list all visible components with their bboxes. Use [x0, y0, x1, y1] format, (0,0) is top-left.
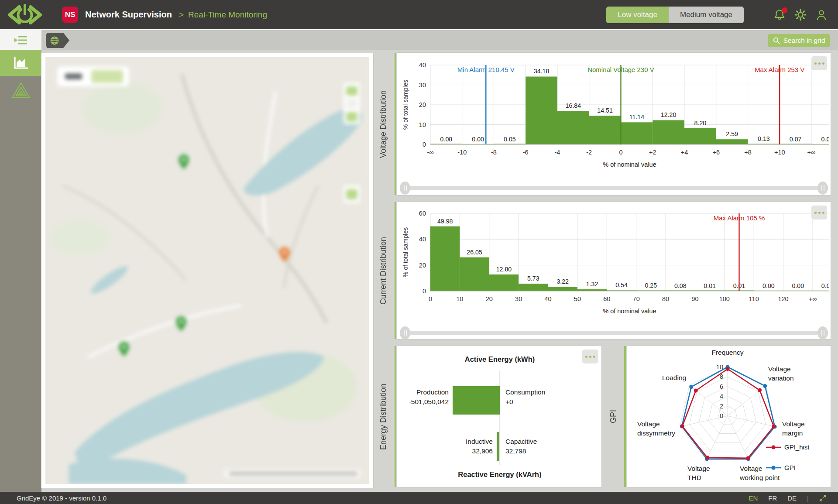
svg-text:0: 0: [619, 149, 622, 156]
svg-text:+∞: +∞: [809, 295, 817, 302]
svg-text:12.80: 12.80: [496, 266, 512, 273]
sidebar-item-monitoring[interactable]: [0, 50, 41, 76]
current-range-slider[interactable]: [397, 326, 831, 340]
svg-text:Voltage: Voltage: [768, 365, 791, 373]
svg-text:2: 2: [720, 403, 723, 410]
fullscreen-button[interactable]: [819, 494, 827, 502]
notification-dot: [782, 7, 787, 13]
svg-text:Frequency: Frequency: [711, 349, 743, 356]
svg-text:1.32: 1.32: [586, 281, 598, 288]
svg-text:60: 60: [603, 295, 610, 302]
svg-text:Nominal Voltage 230 V: Nominal Voltage 230 V: [587, 66, 654, 73]
svg-text:variation: variation: [768, 374, 794, 382]
svg-text:-4: -4: [555, 149, 560, 156]
map[interactable]: [45, 57, 369, 484]
svg-text:+4: +4: [681, 149, 688, 156]
footer-separator: |: [807, 494, 809, 502]
footer: GridEye © 2019 - version 0.1.0 EN FR DE …: [0, 492, 838, 504]
svg-text:0.54: 0.54: [615, 281, 628, 288]
svg-text:-10: -10: [457, 149, 467, 156]
bars: 49.9826.0512.805.733.221.320.540.250.080…: [430, 218, 829, 291]
profile-button[interactable]: [815, 9, 828, 21]
svg-text:0: 0: [720, 412, 723, 419]
user-icon: [815, 9, 828, 21]
svg-text:70: 70: [633, 295, 640, 302]
map-marker[interactable]: [176, 316, 186, 331]
slider-track[interactable]: [405, 186, 823, 190]
map-marker[interactable]: [179, 154, 189, 169]
voltage-panel: 010203040% of total samples0.080.000.053…: [397, 53, 831, 195]
svg-text:Reactive Energy (kVArh): Reactive Energy (kVArh): [458, 470, 541, 478]
panel-accent-bar: [624, 346, 626, 487]
svg-text:Loading: Loading: [662, 374, 686, 381]
svg-text:30: 30: [419, 82, 426, 89]
svg-text:GPI_hist: GPI_hist: [784, 443, 810, 451]
svg-text:120: 120: [778, 295, 788, 302]
svg-text:50: 50: [574, 295, 581, 302]
area-chart-icon: [13, 56, 29, 70]
voltage-range-slider[interactable]: [397, 181, 831, 195]
svg-text:100: 100: [719, 295, 730, 302]
svg-text:16.84: 16.84: [566, 102, 581, 109]
breadcrumb-current[interactable]: Real-Time Monitoring: [188, 10, 267, 20]
svg-text:Max Alarm 105 %: Max Alarm 105 %: [714, 214, 765, 222]
svg-text:40: 40: [419, 62, 426, 69]
slider-handle-right[interactable]: [817, 182, 828, 195]
svg-text:0.00: 0.00: [821, 136, 829, 143]
svg-text:3.22: 3.22: [556, 278, 569, 285]
ns-badge: NS: [62, 7, 78, 23]
svg-text:-8: -8: [491, 149, 497, 156]
medium-voltage-button[interactable]: Medium voltage: [669, 7, 744, 23]
settings-button[interactable]: [794, 9, 807, 21]
app-title: Network Supervision: [85, 10, 172, 20]
svg-text:40: 40: [419, 236, 426, 243]
svg-text:0.08: 0.08: [674, 282, 687, 289]
svg-text:margin: margin: [782, 429, 803, 437]
slider-track[interactable]: [405, 331, 823, 335]
grid-overview-tab[interactable]: [46, 33, 69, 48]
header-actions: Low voltage Medium voltage: [606, 7, 828, 23]
production-bar: [453, 386, 500, 415]
gpi-radar-chart: 0246810FrequencyVoltagevariationVoltagem…: [627, 346, 831, 487]
svg-text:-2: -2: [586, 149, 592, 156]
svg-text:0: 0: [422, 288, 426, 295]
panel-menu-button[interactable]: [811, 56, 827, 70]
header: NS Network Supervision > Real-Time Monit…: [0, 0, 838, 29]
svg-text:Active Energy (kWh): Active Energy (kWh): [465, 355, 535, 363]
slider-handle-left[interactable]: [400, 182, 410, 195]
slider-handle-right[interactable]: [817, 326, 828, 339]
panel-menu-button[interactable]: [811, 206, 827, 219]
low-voltage-button[interactable]: Low voltage: [606, 7, 669, 23]
map-marker[interactable]: [119, 342, 129, 357]
svg-text:20: 20: [486, 295, 493, 302]
svg-text:34.18: 34.18: [534, 68, 550, 75]
svg-text:% of nominal value: % of nominal value: [603, 161, 656, 168]
svg-text:49.98: 49.98: [437, 218, 453, 225]
language-fr[interactable]: FR: [768, 494, 777, 502]
notifications-button[interactable]: [773, 9, 786, 21]
footer-actions: EN FR DE |: [749, 494, 827, 502]
svg-text:11.14: 11.14: [629, 113, 645, 120]
svg-text:6: 6: [720, 383, 723, 390]
svg-text:THD: THD: [687, 474, 701, 481]
panel-accent-bar: [395, 346, 396, 487]
svg-text:2.59: 2.59: [726, 130, 738, 137]
sidebar-item-alerts[interactable]: [0, 76, 41, 105]
radar-series: [680, 367, 776, 460]
search-in-grid-button[interactable]: Search in grid: [768, 34, 830, 47]
panel-menu-button[interactable]: [582, 350, 598, 363]
svg-text:Inductive: Inductive: [466, 438, 493, 445]
map-marker[interactable]: [279, 247, 290, 262]
svg-text:+10: +10: [774, 149, 785, 156]
svg-text:GPI: GPI: [784, 464, 796, 471]
sidebar-item-menu[interactable]: [0, 29, 41, 50]
svg-text:-∞: -∞: [427, 149, 433, 156]
svg-text:% of nominal value: % of nominal value: [603, 308, 656, 315]
language-de[interactable]: DE: [787, 494, 797, 502]
svg-text:32,906: 32,906: [472, 447, 493, 455]
svg-text:10: 10: [456, 295, 463, 302]
language-en[interactable]: EN: [749, 494, 758, 502]
slider-handle-left[interactable]: [400, 326, 410, 339]
svg-text:Production: Production: [416, 388, 449, 396]
sidebar: [0, 29, 41, 492]
